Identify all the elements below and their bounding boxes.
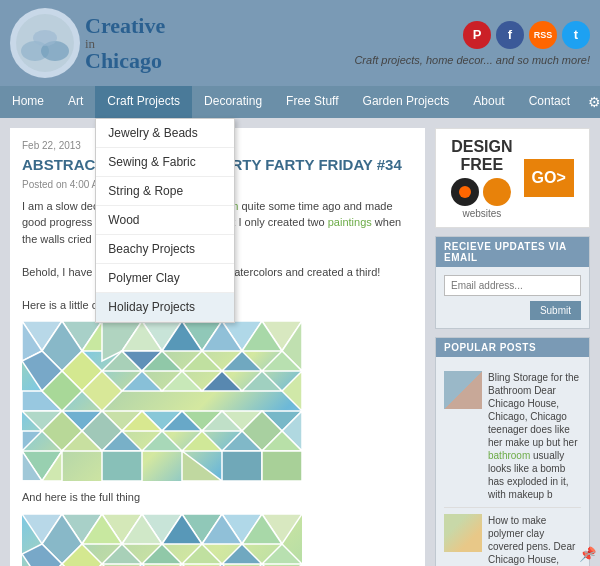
email-header: RECIEVE UPDATES VIA EMAIL bbox=[436, 237, 589, 267]
popular-post-thumb-2 bbox=[444, 514, 482, 552]
dropdown-polymer[interactable]: Polymer Clay bbox=[96, 264, 234, 293]
nav-home[interactable]: Home bbox=[0, 86, 56, 118]
site-header: Creative in Chicago P f RSS t Craft proj… bbox=[0, 0, 600, 86]
svg-marker-63 bbox=[262, 451, 302, 481]
rss-icon[interactable]: RSS bbox=[529, 21, 557, 49]
svg-marker-81 bbox=[182, 544, 222, 564]
logo-circle bbox=[10, 8, 80, 78]
mosaic-svg bbox=[22, 321, 302, 481]
svg-marker-54 bbox=[142, 431, 182, 451]
ad-banner[interactable]: DESIGN FREE websites GO> 📌 bbox=[435, 128, 590, 228]
logo-creative: Creative bbox=[85, 15, 165, 37]
facebook-icon[interactable]: f bbox=[496, 21, 524, 49]
ad-left: DESIGN FREE websites bbox=[451, 138, 512, 219]
svg-marker-83 bbox=[262, 544, 302, 564]
svg-marker-43 bbox=[22, 431, 42, 451]
craft-dropdown: Jewelry & Beads Sewing & Fabric String &… bbox=[95, 118, 235, 323]
popular-posts: POPULAR POSTS Bling Storage for the Bath… bbox=[435, 337, 590, 566]
ad-orange-circle bbox=[483, 178, 511, 206]
dropdown-jewelry[interactable]: Jewelry & Beads bbox=[96, 119, 234, 148]
svg-marker-25 bbox=[182, 351, 222, 371]
email-submit-button[interactable]: Submit bbox=[530, 301, 581, 320]
logo-text: Creative in Chicago bbox=[85, 15, 165, 72]
post-image-closeup bbox=[22, 321, 302, 481]
nav-craft-projects[interactable]: Craft Projects Jewelry & Beads Sewing & … bbox=[95, 86, 192, 118]
header-right: P f RSS t Craft projects, home decor... … bbox=[354, 21, 590, 66]
popular-post-thumb-1 bbox=[444, 371, 482, 409]
svg-marker-34 bbox=[242, 371, 282, 391]
email-signup: RECIEVE UPDATES VIA EMAIL Submit ✂ bbox=[435, 236, 590, 329]
svg-marker-62 bbox=[222, 451, 262, 481]
popular-post-1: Bling Storage for the Bathroom Dear Chic… bbox=[444, 365, 581, 508]
email-input[interactable] bbox=[444, 275, 581, 296]
logo: Creative in Chicago bbox=[10, 8, 165, 78]
post-body-full-label: And here is the full thing bbox=[22, 489, 413, 506]
gear-icon[interactable]: ⚙ bbox=[582, 86, 600, 118]
svg-marker-80 bbox=[142, 544, 182, 564]
dropdown-holiday[interactable]: Holiday Projects bbox=[96, 293, 234, 322]
post-image-full bbox=[22, 514, 302, 567]
email-body: Submit bbox=[436, 267, 589, 328]
social-icons: P f RSS t bbox=[463, 21, 590, 49]
header-tagline: Craft projects, home decor... and so muc… bbox=[354, 54, 590, 66]
mosaic-svg-2 bbox=[22, 514, 302, 567]
nav-about[interactable]: About bbox=[461, 86, 516, 118]
ad-inner: DESIGN FREE websites GO> bbox=[451, 138, 574, 219]
nav-garden[interactable]: Garden Projects bbox=[351, 86, 462, 118]
ad-free-text: FREE bbox=[451, 156, 512, 174]
dropdown-string[interactable]: String & Rope bbox=[96, 177, 234, 206]
svg-marker-26 bbox=[222, 351, 262, 371]
svg-point-3 bbox=[33, 30, 57, 46]
ad-go-button[interactable]: GO> bbox=[524, 159, 574, 197]
logo-chicago: Chicago bbox=[85, 50, 165, 72]
pinterest-icon[interactable]: P bbox=[463, 21, 491, 49]
svg-marker-79 bbox=[102, 544, 142, 564]
svg-marker-55 bbox=[182, 431, 222, 451]
main-layout: Feb 22, 2013 ABSTRACT DINING ROOM: ARTY … bbox=[0, 118, 600, 566]
dropdown-beachy[interactable]: Beachy Projects bbox=[96, 235, 234, 264]
svg-marker-31 bbox=[122, 371, 162, 391]
svg-marker-35 bbox=[282, 371, 302, 411]
dropdown-sewing[interactable]: Sewing & Fabric bbox=[96, 148, 234, 177]
paintings-link[interactable]: paintings bbox=[328, 216, 372, 228]
nav-decorating[interactable]: Decorating bbox=[192, 86, 274, 118]
popular-post-text-1: Bling Storage for the Bathroom Dear Chic… bbox=[488, 371, 581, 501]
dropdown-wood[interactable]: Wood bbox=[96, 206, 234, 235]
svg-marker-33 bbox=[202, 371, 242, 391]
svg-marker-60 bbox=[102, 451, 142, 481]
svg-marker-82 bbox=[222, 544, 262, 564]
popular-posts-header: POPULAR POSTS bbox=[436, 338, 589, 357]
sidebar: DESIGN FREE websites GO> 📌 RECIEVE UPDAT… bbox=[435, 128, 590, 566]
popular-posts-body: Bling Storage for the Bathroom Dear Chic… bbox=[436, 357, 589, 566]
nav-free-stuff[interactable]: Free Stuff bbox=[274, 86, 350, 118]
popular-post-text-2: How to make polymer clay covered pens. D… bbox=[488, 514, 581, 566]
twitter-icon[interactable]: t bbox=[562, 21, 590, 49]
ad-websites-text: websites bbox=[451, 208, 512, 219]
svg-marker-32 bbox=[162, 371, 202, 391]
bathroom-link[interactable]: bathroom bbox=[488, 450, 530, 461]
popular-post-2: How to make polymer clay covered pens. D… bbox=[444, 508, 581, 566]
full-thing-label: And here is the full thing bbox=[22, 489, 413, 506]
scissors-icon-2: ✂ bbox=[584, 546, 596, 562]
nav-contact[interactable]: Contact bbox=[517, 86, 582, 118]
ad-inner-circle bbox=[459, 186, 471, 198]
ad-black-circle bbox=[451, 178, 479, 206]
ad-design-text: DESIGN bbox=[451, 138, 512, 156]
nav-art[interactable]: Art bbox=[56, 86, 95, 118]
nav-bar: Home Art Craft Projects Jewelry & Beads … bbox=[0, 86, 600, 118]
svg-marker-61 bbox=[182, 451, 222, 481]
